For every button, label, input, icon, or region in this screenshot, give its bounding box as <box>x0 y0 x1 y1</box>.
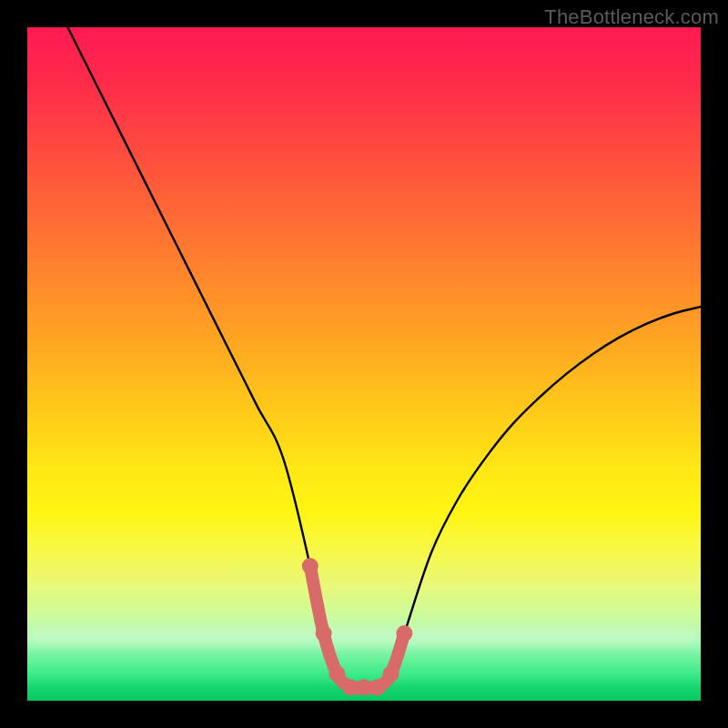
watermark-text: TheBottleneck.com <box>544 5 719 29</box>
highlight-dot <box>329 665 345 682</box>
highlight-dot <box>369 679 386 695</box>
highlight-dot <box>316 625 332 642</box>
curve-layer <box>27 27 701 701</box>
bottleneck-curve <box>67 27 701 688</box>
chart-stage: TheBottleneck.com <box>0 0 728 728</box>
highlight-dot <box>383 665 399 682</box>
highlight-dot <box>396 625 412 642</box>
plot-area <box>27 27 701 701</box>
highlight-dot <box>302 558 318 574</box>
